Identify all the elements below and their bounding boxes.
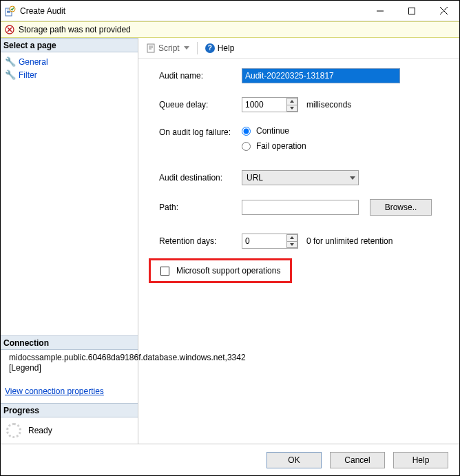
audit-destination-select[interactable]: URL bbox=[242, 170, 359, 185]
radio-continue-input[interactable] bbox=[242, 127, 251, 136]
queue-delay-label: Queue delay: bbox=[159, 100, 242, 110]
dialog-footer: OK Cancel Help bbox=[1, 444, 459, 475]
ok-button[interactable]: OK bbox=[266, 452, 322, 468]
cancel-button[interactable]: Cancel bbox=[330, 452, 385, 468]
on-failure-label: On audit log failure: bbox=[159, 126, 242, 137]
form: Audit name: Queue delay: milliseconds bbox=[138, 59, 459, 297]
ms-support-checkbox[interactable] bbox=[160, 267, 169, 276]
chevron-up-icon bbox=[290, 236, 294, 239]
browse-button[interactable]: Browse.. bbox=[370, 199, 432, 216]
page-item-filter[interactable]: 🔧 Filter bbox=[3, 68, 135, 81]
create-audit-dialog: Create Audit Storage path was not provid… bbox=[0, 0, 460, 476]
error-banner: Storage path was not provided bbox=[1, 21, 459, 38]
svg-rect-2 bbox=[7, 11, 10, 12]
select-page-header: Select a page bbox=[1, 38, 138, 52]
progress-header: Progress bbox=[1, 403, 138, 417]
help-button[interactable]: Help bbox=[393, 452, 448, 468]
view-connection-properties-link[interactable]: View connection properties bbox=[1, 381, 138, 403]
chevron-down-icon bbox=[184, 46, 189, 50]
minimize-button[interactable] bbox=[364, 1, 396, 21]
radio-fail-operation[interactable]: Fail operation bbox=[242, 141, 306, 151]
audit-name-input[interactable] bbox=[242, 68, 400, 83]
left-pane: Select a page 🔧 General 🔧 Filter Connect… bbox=[1, 38, 138, 444]
audit-app-icon bbox=[5, 6, 16, 17]
right-pane: Script ? Help Audit name: Queue delay: bbox=[138, 38, 459, 444]
minimize-icon bbox=[377, 8, 384, 14]
close-button[interactable] bbox=[428, 1, 459, 21]
maximize-button[interactable] bbox=[396, 1, 428, 21]
svg-rect-15 bbox=[147, 44, 154, 52]
radio-fail-input[interactable] bbox=[242, 142, 251, 151]
wrench-icon: 🔧 bbox=[5, 70, 14, 80]
chevron-up-icon bbox=[290, 100, 294, 103]
toolbar: Script ? Help bbox=[138, 38, 459, 59]
spin-down-button[interactable] bbox=[286, 105, 297, 112]
queue-delay-spinner[interactable] bbox=[242, 97, 298, 112]
error-icon bbox=[5, 25, 14, 34]
help-icon: ? bbox=[205, 43, 215, 53]
retention-label: Retention days: bbox=[159, 236, 242, 246]
path-label: Path: bbox=[159, 203, 242, 212]
connection-header: Connection bbox=[1, 335, 138, 350]
progress-status: Ready bbox=[28, 426, 52, 435]
page-item-general[interactable]: 🔧 General bbox=[3, 55, 135, 68]
path-input[interactable] bbox=[242, 200, 359, 215]
page-label: Filter bbox=[19, 70, 37, 80]
help-button[interactable]: ? Help bbox=[202, 41, 238, 55]
maximize-icon bbox=[408, 8, 415, 14]
highlight-ms-support: Microsoft support operations bbox=[149, 258, 292, 283]
wrench-icon: 🔧 bbox=[5, 56, 14, 67]
spin-down-button[interactable] bbox=[286, 241, 297, 249]
svg-rect-3 bbox=[7, 12, 10, 13]
chevron-down-icon bbox=[290, 107, 294, 110]
ms-support-label: Microsoft support operations bbox=[176, 266, 280, 276]
progress-spinner-icon bbox=[6, 423, 21, 438]
radio-continue[interactable]: Continue bbox=[242, 126, 306, 136]
queue-delay-suffix: milliseconds bbox=[306, 100, 351, 110]
error-text: Storage path was not provided bbox=[19, 25, 131, 34]
retention-spinner[interactable] bbox=[242, 234, 298, 249]
script-icon bbox=[146, 43, 156, 53]
page-label: General bbox=[19, 57, 48, 67]
spin-up-button[interactable] bbox=[286, 98, 297, 105]
close-icon bbox=[440, 7, 448, 14]
audit-name-label: Audit name: bbox=[159, 71, 242, 81]
audit-dest-label: Audit destination: bbox=[159, 173, 242, 183]
retention-suffix: 0 for unlimited retention bbox=[306, 236, 393, 246]
window-title: Create Audit bbox=[20, 6, 65, 16]
spin-up-button[interactable] bbox=[286, 234, 297, 241]
script-dropdown[interactable]: Script bbox=[143, 41, 193, 55]
chevron-down-icon bbox=[290, 243, 294, 246]
svg-rect-6 bbox=[409, 8, 415, 14]
chevron-down-icon bbox=[346, 176, 355, 180]
titlebar: Create Audit bbox=[1, 1, 459, 21]
